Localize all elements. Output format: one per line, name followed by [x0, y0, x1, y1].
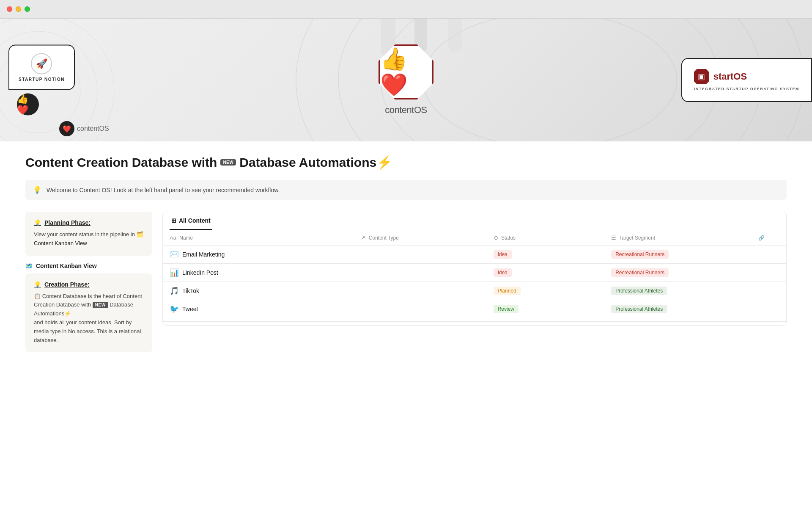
th-status-label: Status	[501, 235, 516, 241]
th-type-label: Content Type	[369, 235, 399, 241]
kanban-icon: 🗺️	[25, 262, 33, 269]
status-badge-3: Review	[494, 305, 518, 313]
contentos-brand-name: contentOS	[77, 125, 109, 133]
creation-icon: 💡	[34, 281, 41, 288]
table-body: ✉️ Email Marketing Idea Recreational Run…	[163, 246, 786, 318]
hero-center-emoji: 👍❤️	[380, 46, 432, 98]
planning-title-text: Planning Phase:	[44, 219, 91, 226]
contentos-bottom-brand: ❤️ contentOS	[59, 121, 109, 136]
table-header-row: Aa Name ↗ Content Type ⊙ Status ☰	[163, 230, 786, 246]
row-icon-1: 📊	[170, 268, 179, 277]
sidebar: 💡 Planning Phase: View your content stat…	[25, 212, 152, 359]
planning-link-icon: 🗂️	[137, 231, 143, 237]
startup-notion-icon: 🚀	[31, 53, 52, 75]
startos-logo: ▣ startOS	[694, 69, 799, 84]
content-table: Aa Name ↗ Content Type ⊙ Status ☰	[163, 230, 786, 318]
new-badge: NEW	[220, 159, 236, 166]
cell-name-1[interactable]: 📊 LinkedIn Post	[163, 264, 354, 282]
cell-name-2[interactable]: 🎵 TikTok	[163, 282, 354, 300]
creation-icon2: 📋	[34, 293, 41, 299]
th-name-icon: Aa	[170, 235, 176, 241]
title-part2: Database Automations⚡	[239, 155, 392, 170]
planning-kanban-link[interactable]: Content Kanban View	[34, 239, 87, 248]
row-icon-2: 🎵	[170, 286, 179, 295]
cell-segment-2: Professional Athletes	[604, 282, 752, 300]
contentos-brand-icon: ❤️	[59, 121, 74, 136]
planning-icon: 💡	[34, 219, 41, 226]
creation-body1: Content Database	[42, 293, 87, 299]
kanban-label: Content Kanban View	[36, 262, 97, 269]
row-icon-3: 🐦	[170, 304, 179, 314]
hero-banner: 🚀 STARTUP NOTION 👍❤️ 👍❤️ contentOS ▣ sta…	[0, 19, 812, 141]
hero-center-brand-text: contentOS	[385, 105, 427, 116]
content-os-small-badge: 👍❤️	[17, 94, 39, 116]
cell-status-1: Idea	[487, 264, 604, 282]
cell-name-3[interactable]: 🐦 Tweet	[163, 300, 354, 318]
content-part: content	[77, 125, 99, 132]
segment-badge-0: Recreational Runners	[611, 250, 669, 259]
startos-start: start	[713, 71, 734, 82]
page-title: Content Creation Database with NEW Datab…	[25, 155, 787, 170]
cell-name-0[interactable]: ✉️ Email Marketing	[163, 246, 354, 264]
cell-segment-0: Recreational Runners	[604, 246, 752, 264]
maximize-button[interactable]	[25, 6, 30, 12]
tab-all-content[interactable]: ⊞ All Content	[170, 212, 212, 230]
minimize-button[interactable]	[16, 6, 21, 12]
creation-title-text: Creation Phase:	[44, 281, 90, 288]
startos-icon: ▣	[694, 69, 709, 84]
kanban-section-title: 🗺️ Content Kanban View	[25, 262, 152, 269]
tab-icon: ⊞	[171, 217, 176, 224]
cell-type-1	[354, 264, 486, 282]
svg-rect-9	[448, 19, 462, 52]
hero-right-brand: ▣ startOS INTEGRATED STARTUP OPERATING S…	[681, 19, 812, 141]
segment-badge-2: Professional Athletes	[611, 287, 667, 295]
creation-phase-body: 📋 Content Database is the heart of Conte…	[34, 292, 144, 345]
os-part: OS	[99, 125, 109, 132]
cell-status-0: Idea	[487, 246, 604, 264]
creation-body2: is the heart of	[88, 293, 121, 299]
cell-link-3	[752, 300, 786, 318]
info-callout: 💡 Welcome to Content OS! Look at the lef…	[25, 180, 787, 200]
hero-octagon-logo: 👍❤️	[379, 44, 433, 99]
table-row: 📊 LinkedIn Post Idea Recreational Runner…	[163, 264, 786, 282]
row-name-0: Email Marketing	[182, 251, 225, 258]
callout-text: Welcome to Content OS! Look at the left …	[47, 187, 280, 193]
th-segment-icon: ☰	[611, 235, 616, 241]
row-name-1: LinkedIn Post	[182, 269, 218, 276]
hero-center-logo: 👍❤️ contentOS	[379, 44, 433, 116]
planning-body-text: View your content status in the pipeline…	[34, 231, 135, 237]
status-badge-0: Idea	[494, 250, 512, 259]
cell-link-2	[752, 282, 786, 300]
table-row: 🎵 TikTok Planned Professional Athletes	[163, 282, 786, 300]
cell-link-1	[752, 264, 786, 282]
segment-badge-1: Recreational Runners	[611, 268, 669, 277]
startup-notion-label: STARTUP NOTION	[19, 77, 65, 82]
th-status-icon: ⊙	[494, 235, 498, 241]
th-name-label: Name	[179, 235, 193, 241]
th-status: ⊙ Status	[487, 230, 604, 246]
th-content-type: ↗ Content Type	[354, 230, 486, 246]
planning-phase-body: View your content status in the pipeline…	[34, 230, 144, 248]
table-row: ✉️ Email Marketing Idea Recreational Run…	[163, 246, 786, 264]
table-row: 🐦 Tweet Review Professional Athletes	[163, 300, 786, 318]
th-type-icon: ↗	[361, 235, 365, 241]
row-name-2: TikTok	[182, 287, 199, 294]
th-link-icon: 🔗	[758, 235, 765, 241]
cell-type-2	[354, 282, 486, 300]
window-chrome	[0, 0, 812, 19]
creation-phase-title: 💡 Creation Phase:	[34, 281, 144, 288]
cell-segment-3: Professional Athletes	[604, 300, 752, 318]
row-name-3: Tweet	[182, 306, 198, 312]
cell-type-0	[354, 246, 486, 264]
th-link: 🔗	[752, 230, 786, 246]
cell-link-0	[752, 246, 786, 264]
title-part1: Content Creation Database with	[25, 155, 217, 170]
row-icon-0: ✉️	[170, 250, 179, 259]
os-text: OS	[414, 105, 427, 115]
content-os-badge-emoji: 👍❤️	[17, 94, 39, 116]
th-segment-label: Target Segment	[619, 235, 655, 241]
callout-icon: 💡	[33, 186, 41, 194]
close-button[interactable]	[7, 6, 12, 12]
cell-segment-1: Recreational Runners	[604, 264, 752, 282]
database-area: ⊞ All Content Aa Name ↗ Content Type	[162, 212, 787, 326]
